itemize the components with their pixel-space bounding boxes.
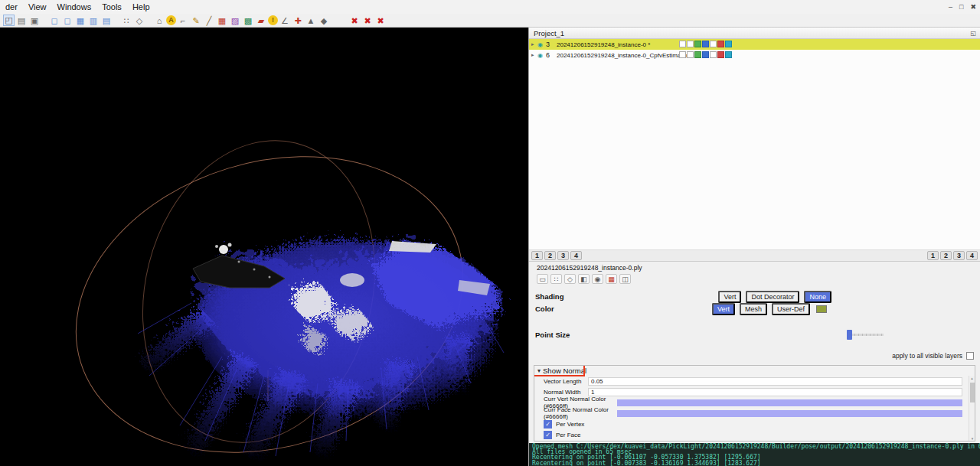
- layer-name: 20241206152919248_instance-0 *: [557, 41, 650, 48]
- vertex-color-icon[interactable]: ▨: [229, 15, 241, 27]
- warning-icon[interactable]: !: [268, 15, 278, 25]
- params-flag-icon[interactable]: [725, 51, 732, 58]
- show-selected-checkbox[interactable]: [544, 441, 550, 442]
- slider-handle-icon[interactable]: [847, 330, 852, 340]
- face-normal-color-button[interactable]: [617, 410, 962, 417]
- color-vert-button[interactable]: Vert: [712, 303, 735, 315]
- texture-icon[interactable]: ▦: [606, 274, 617, 284]
- float-panel-icon[interactable]: ◱: [970, 30, 976, 37]
- color-flag-icon[interactable]: [702, 41, 709, 47]
- per-face-checkbox[interactable]: [544, 431, 552, 439]
- menu-render[interactable]: der: [0, 2, 23, 11]
- normal-width-input[interactable]: [588, 388, 962, 396]
- scroll-down-icon[interactable]: ▾: [969, 436, 975, 441]
- select-face-icon[interactable]: ▥: [87, 15, 100, 27]
- page-tab[interactable]: 2: [940, 251, 952, 260]
- params-flag-icon[interactable]: [725, 41, 732, 47]
- shading-dot-decorator-button[interactable]: Dot Decorator: [746, 291, 799, 303]
- color-userdef-button[interactable]: User-Def: [772, 303, 810, 315]
- selection-display-icon[interactable]: ◫: [619, 274, 631, 284]
- pencil-edit-icon[interactable]: ✎: [190, 15, 202, 27]
- collapse-caret-icon[interactable]: ▾: [537, 367, 541, 374]
- pick-points-icon[interactable]: ✚: [292, 15, 304, 27]
- viewport-3d[interactable]: [0, 28, 528, 466]
- wireframe-icon[interactable]: ◇: [564, 274, 576, 284]
- scrollbar-thumb[interactable]: [970, 383, 975, 402]
- home-view-icon[interactable]: ⌂: [153, 15, 165, 27]
- menu-windows[interactable]: Windows: [52, 2, 97, 11]
- visibility-flag-icon[interactable]: [717, 41, 724, 47]
- page-tab[interactable]: 4: [966, 251, 978, 260]
- visibility-flag-icon[interactable]: [717, 51, 724, 58]
- maximize-button[interactable]: □: [959, 3, 963, 11]
- menu-tools[interactable]: Tools: [96, 2, 127, 11]
- open-project-icon[interactable]: ▤: [15, 15, 28, 27]
- apply-all-checkbox[interactable]: [966, 352, 974, 360]
- points-icon[interactable]: ∷: [550, 274, 562, 284]
- show-normal-header[interactable]: ▾ Show Normal: [534, 366, 975, 376]
- user-color-swatch[interactable]: [816, 305, 827, 313]
- vector-length-input[interactable]: [588, 377, 962, 386]
- select-lasso-icon[interactable]: ◻: [61, 15, 74, 27]
- delete-faces-icon[interactable]: ✖: [361, 15, 374, 27]
- color-flag-icon[interactable]: [702, 51, 709, 58]
- manipulator-icon[interactable]: ◆: [318, 15, 330, 27]
- 20241206152919248_instance-0 *[interactable]: ▸ ◉ 3 20241206152919248_instance-0 *: [529, 39, 980, 50]
- color-mesh-button[interactable]: Mesh: [740, 303, 767, 315]
- page-tab[interactable]: 2: [544, 251, 556, 260]
- delete-current-mesh-icon[interactable]: ✖: [348, 15, 361, 27]
- point-size-slider[interactable]: [847, 334, 884, 336]
- per-vertex-label: Per Vertex: [556, 421, 584, 428]
- points-flag-icon[interactable]: [687, 51, 694, 58]
- vert-normal-color-button[interactable]: [617, 399, 962, 406]
- layer-visibility-icon[interactable]: ◉: [537, 41, 546, 48]
- points-render-icon[interactable]: ∷: [120, 15, 132, 27]
- expand-caret-icon[interactable]: ▸: [531, 52, 537, 58]
- page-tab[interactable]: 3: [953, 251, 965, 260]
- close-button[interactable]: ✖: [970, 3, 976, 11]
- page-tab[interactable]: 1: [531, 251, 543, 260]
- scroll-up-icon[interactable]: ▴: [971, 376, 973, 380]
- layer-id: 3: [546, 41, 557, 48]
- shading-vert-button[interactable]: Vert: [718, 291, 741, 303]
- texture-flag-icon[interactable]: [710, 41, 717, 47]
- orthographic-icon[interactable]: ⌐: [177, 15, 189, 27]
- page-tab[interactable]: 3: [557, 251, 569, 260]
- layer-visibility-icon[interactable]: ◉: [537, 52, 546, 59]
- smooth-shading-icon[interactable]: ◉: [592, 274, 603, 284]
- align-icon[interactable]: ▲: [305, 15, 317, 27]
- menu-help[interactable]: Help: [127, 2, 155, 11]
- texture-image-icon[interactable]: ▦: [216, 15, 228, 27]
- wireframe-flag-icon[interactable]: [679, 51, 686, 58]
- select-rect-icon[interactable]: ◻: [48, 15, 60, 27]
- 20241206152919248_instance-0_CpfvEstimator-0[interactable]: ▸ ◉ 6 20241206152919248_instance-0_CpfvE…: [529, 50, 980, 60]
- flat-shading-icon[interactable]: ◧: [578, 274, 590, 284]
- bbox-icon[interactable]: ▭: [537, 274, 548, 284]
- points-flag-icon[interactable]: [687, 41, 694, 47]
- viewport-canvas[interactable]: [0, 28, 528, 466]
- fill-color-icon[interactable]: ▰: [255, 15, 267, 27]
- show-layer-dialog-icon[interactable]: ◰: [3, 15, 15, 26]
- params-scrollbar[interactable]: ▴ ▾: [969, 376, 975, 441]
- vector-length-row: Vector Length: [534, 376, 975, 386]
- expand-caret-icon[interactable]: ▸: [531, 41, 537, 47]
- wireframe-render-icon[interactable]: ◇: [133, 15, 145, 27]
- light-toggle-icon[interactable]: A: [166, 15, 176, 25]
- save-project-icon[interactable]: ▣: [28, 15, 41, 27]
- page-tab[interactable]: 4: [570, 251, 582, 260]
- shading-none-button[interactable]: None: [804, 291, 831, 303]
- select-vertex-icon[interactable]: ▤: [100, 15, 113, 27]
- shading-flag-icon[interactable]: [694, 51, 701, 58]
- wireframe-flag-icon[interactable]: [679, 41, 686, 47]
- measure-icon[interactable]: ∠: [279, 15, 291, 27]
- select-brush-icon[interactable]: ▦: [74, 15, 87, 27]
- texture-flag-icon[interactable]: [710, 51, 717, 58]
- menu-view[interactable]: View: [23, 2, 52, 11]
- paint-brush-icon[interactable]: ╱: [203, 15, 215, 27]
- delete-vertices-icon[interactable]: ✖: [374, 15, 387, 27]
- quality-map-icon[interactable]: ▩: [242, 15, 254, 27]
- page-tab[interactable]: 1: [927, 251, 939, 260]
- per-vertex-checkbox[interactable]: [544, 420, 552, 429]
- shading-flag-icon[interactable]: [694, 41, 701, 47]
- minimize-button[interactable]: –: [949, 3, 952, 11]
